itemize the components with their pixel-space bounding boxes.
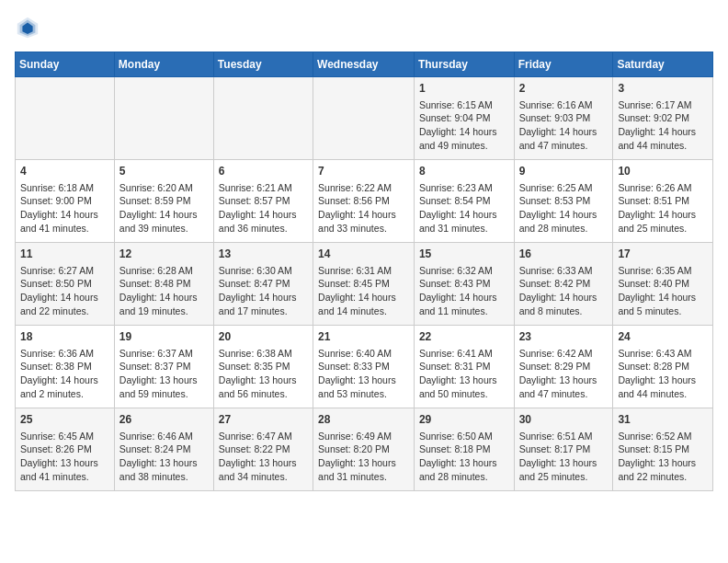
day-info: Sunset: 8:33 PM <box>318 360 409 373</box>
day-info: and 36 minutes. <box>219 222 308 236</box>
day-info: Daylight: 13 hours <box>119 456 209 470</box>
day-info: Daylight: 14 hours <box>20 291 109 304</box>
calendar-week-1: 1Sunrise: 6:15 AMSunset: 9:04 PMDaylight… <box>16 77 713 160</box>
day-info: Sunrise: 6:26 AM <box>618 181 708 195</box>
day-info: Daylight: 13 hours <box>419 456 509 470</box>
day-info: Daylight: 14 hours <box>618 291 708 304</box>
day-info: Daylight: 14 hours <box>519 208 609 222</box>
calendar-cell: 7Sunrise: 6:22 AMSunset: 8:56 PMDaylight… <box>313 160 415 243</box>
day-info: Daylight: 14 hours <box>119 291 209 304</box>
day-info: Sunrise: 6:36 AM <box>20 347 109 361</box>
day-info: Sunset: 9:00 PM <box>20 194 109 208</box>
day-info: Sunset: 8:15 PM <box>618 442 708 456</box>
day-info: Sunset: 8:47 PM <box>219 277 308 291</box>
day-info: Daylight: 14 hours <box>618 125 708 139</box>
day-info: and 50 minutes. <box>419 387 509 401</box>
calendar-cell: 18Sunrise: 6:36 AMSunset: 8:38 PMDayligh… <box>16 326 115 408</box>
day-info: Sunset: 8:38 PM <box>20 360 109 373</box>
day-info: Daylight: 13 hours <box>618 456 708 470</box>
day-number: 16 <box>519 247 609 262</box>
day-header-monday: Monday <box>114 52 213 77</box>
day-number: 4 <box>20 164 109 179</box>
day-info: Sunset: 8:29 PM <box>519 360 609 373</box>
calendar-cell: 25Sunrise: 6:45 AMSunset: 8:26 PMDayligh… <box>16 408 115 491</box>
day-number: 11 <box>20 247 109 262</box>
day-info: and 59 minutes. <box>119 387 209 401</box>
day-number: 26 <box>119 412 209 428</box>
day-info: Daylight: 13 hours <box>519 373 609 387</box>
day-info: and 28 minutes. <box>419 470 509 484</box>
day-number: 19 <box>119 329 209 345</box>
calendar-week-4: 18Sunrise: 6:36 AMSunset: 8:38 PMDayligh… <box>16 326 713 408</box>
calendar-cell <box>16 77 115 160</box>
calendar-cell: 11Sunrise: 6:27 AMSunset: 8:50 PMDayligh… <box>16 243 115 326</box>
day-header-sunday: Sunday <box>16 52 115 77</box>
day-info: Daylight: 14 hours <box>419 291 509 304</box>
day-info: Sunset: 8:18 PM <box>419 442 509 456</box>
day-info: and 25 minutes. <box>519 470 609 484</box>
day-number: 5 <box>119 164 209 179</box>
day-number: 27 <box>219 412 308 428</box>
day-info: Sunrise: 6:22 AM <box>318 181 409 195</box>
day-number: 28 <box>318 412 409 428</box>
day-info: Daylight: 13 hours <box>618 373 708 387</box>
day-info: Sunset: 8:22 PM <box>219 442 308 456</box>
day-info: Daylight: 14 hours <box>419 125 509 139</box>
day-info: and 56 minutes. <box>219 387 308 401</box>
day-number: 18 <box>20 329 109 345</box>
day-number: 21 <box>318 329 409 345</box>
day-info: Sunrise: 6:45 AM <box>20 430 109 443</box>
day-info: Sunset: 8:59 PM <box>119 194 209 208</box>
day-info: Sunrise: 6:49 AM <box>318 430 409 443</box>
calendar-cell: 20Sunrise: 6:38 AMSunset: 8:35 PMDayligh… <box>213 326 313 408</box>
day-header-thursday: Thursday <box>414 52 514 77</box>
calendar-cell: 19Sunrise: 6:37 AMSunset: 8:37 PMDayligh… <box>114 326 213 408</box>
day-info: Daylight: 14 hours <box>318 291 409 304</box>
day-info: Daylight: 14 hours <box>119 208 209 222</box>
day-info: and 44 minutes. <box>618 139 708 153</box>
day-info: Sunrise: 6:46 AM <box>119 430 209 443</box>
day-info: Sunrise: 6:52 AM <box>618 430 708 443</box>
day-info: and 38 minutes. <box>119 470 209 484</box>
calendar-cell: 30Sunrise: 6:51 AMSunset: 8:17 PMDayligh… <box>514 408 613 491</box>
day-number: 10 <box>618 164 708 179</box>
day-info: and 22 minutes. <box>20 304 109 318</box>
calendar-cell: 26Sunrise: 6:46 AMSunset: 8:24 PMDayligh… <box>114 408 213 491</box>
logo-icon <box>15 15 40 40</box>
day-info: Sunset: 9:04 PM <box>419 111 509 125</box>
day-info: Sunset: 8:24 PM <box>119 442 209 456</box>
calendar-cell: 14Sunrise: 6:31 AMSunset: 8:45 PMDayligh… <box>313 243 415 326</box>
day-number: 3 <box>618 81 708 97</box>
day-info: and 19 minutes. <box>119 304 209 318</box>
day-info: and 31 minutes. <box>419 222 509 236</box>
day-number: 17 <box>618 247 708 262</box>
day-info: and 25 minutes. <box>618 222 708 236</box>
day-number: 12 <box>119 247 209 262</box>
day-info: Sunrise: 6:37 AM <box>119 347 209 361</box>
day-info: Sunrise: 6:35 AM <box>618 264 708 278</box>
day-number: 15 <box>419 247 509 262</box>
day-info: Sunset: 8:42 PM <box>519 277 609 291</box>
day-info: Sunrise: 6:27 AM <box>20 264 109 278</box>
day-info: Daylight: 13 hours <box>20 456 109 470</box>
day-info: Daylight: 13 hours <box>318 373 409 387</box>
day-info: and 22 minutes. <box>618 470 708 484</box>
calendar-cell: 24Sunrise: 6:43 AMSunset: 8:28 PMDayligh… <box>613 326 713 408</box>
day-info: Daylight: 14 hours <box>219 291 308 304</box>
calendar-cell: 28Sunrise: 6:49 AMSunset: 8:20 PMDayligh… <box>313 408 415 491</box>
day-info: and 39 minutes. <box>119 222 209 236</box>
day-info: Daylight: 13 hours <box>219 373 308 387</box>
calendar-cell: 15Sunrise: 6:32 AMSunset: 8:43 PMDayligh… <box>414 243 514 326</box>
day-number: 2 <box>519 81 609 97</box>
day-number: 23 <box>519 329 609 345</box>
calendar-cell: 5Sunrise: 6:20 AMSunset: 8:59 PMDaylight… <box>114 160 213 243</box>
day-info: and 41 minutes. <box>20 470 109 484</box>
day-info: Sunrise: 6:15 AM <box>419 98 509 112</box>
day-info: Sunrise: 6:50 AM <box>419 430 509 443</box>
calendar-cell: 12Sunrise: 6:28 AMSunset: 8:48 PMDayligh… <box>114 243 213 326</box>
day-info: Daylight: 13 hours <box>519 456 609 470</box>
day-info: and 11 minutes. <box>419 304 509 318</box>
calendar-cell: 9Sunrise: 6:25 AMSunset: 8:53 PMDaylight… <box>514 160 613 243</box>
day-info: Daylight: 13 hours <box>318 456 409 470</box>
day-info: Daylight: 14 hours <box>519 125 609 139</box>
